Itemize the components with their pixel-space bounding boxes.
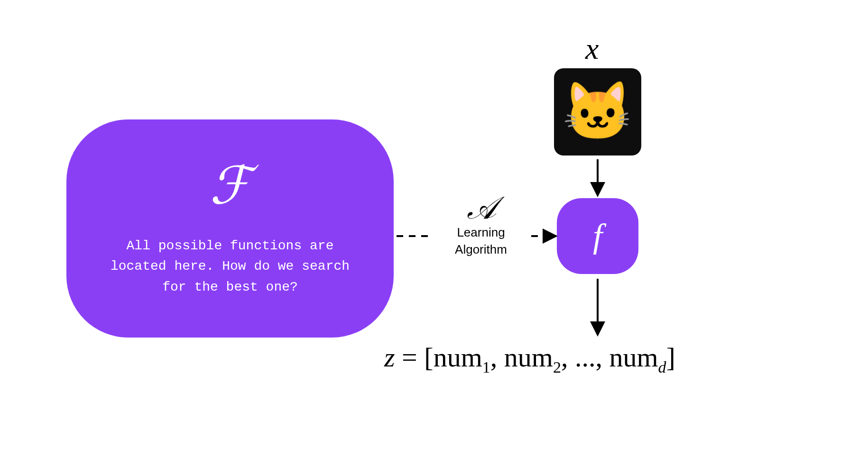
hypothesis-space-symbol: ℱ [210, 160, 250, 212]
hypothesis-space-blob: ℱ All possible functions are located her… [66, 119, 394, 338]
output-close: ] [666, 342, 675, 373]
learned-function-blob: f [557, 198, 638, 274]
output-open: [ [424, 342, 433, 373]
input-symbol: x [585, 31, 599, 66]
output-term1-sub: 1 [482, 358, 490, 376]
output-term1-base: num [434, 342, 482, 373]
output-lhs: z [384, 342, 395, 373]
output-eq: = [395, 342, 425, 373]
output-sep1: , [490, 342, 504, 373]
input-image-tile: 🐱 [554, 68, 641, 155]
learning-algorithm-symbol: 𝒜 [433, 192, 529, 224]
diagram-canvas: ℱ All possible functions are located her… [0, 0, 868, 457]
hypothesis-space-description: All possible functions are located here.… [97, 236, 363, 297]
output-term2-base: num [504, 342, 553, 373]
learning-algorithm-text2: Algorithm [433, 242, 529, 258]
output-term2-sub: 2 [553, 358, 561, 376]
output-equation: z = [num1, num2, ..., numd] [384, 341, 675, 376]
cat-icon: 🐱 [562, 83, 633, 140]
output-ellipsis: , ..., [561, 342, 609, 373]
learning-algorithm-label: 𝒜 Learning Algorithm [433, 192, 529, 258]
output-termd-base: num [609, 342, 658, 373]
output-termd-sub: d [658, 358, 666, 376]
learning-algorithm-text1: Learning [433, 225, 529, 241]
learned-function-symbol: f [593, 217, 602, 256]
